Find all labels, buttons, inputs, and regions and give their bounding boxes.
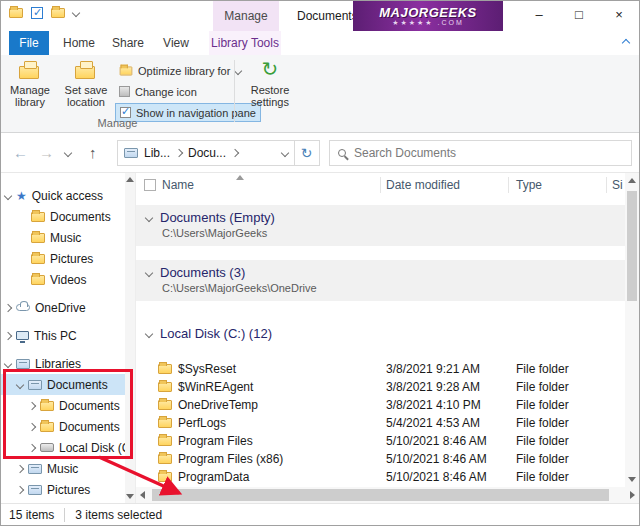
file-row[interactable]: ProgramData 5/10/2021 8:46 AM File folde…	[136, 468, 625, 486]
group-documents-3[interactable]: Documents (3) C:\Users\MajorGeeks\OneDri…	[136, 260, 625, 301]
scroll-right-icon[interactable]	[630, 491, 635, 499]
sidebar-item-local-disk-c[interactable]: Local Disk (C:)	[1, 437, 125, 458]
expand-chevron-icon[interactable]	[16, 380, 24, 388]
up-icon[interactable]: ↑	[89, 143, 97, 163]
checkmark-icon[interactable]	[31, 7, 43, 19]
qat-chevron-down-icon[interactable]	[72, 9, 80, 17]
music-library-icon	[28, 464, 42, 474]
folder-icon[interactable]	[9, 8, 23, 18]
window-title: Documents	[297, 1, 358, 31]
group-documents-empty[interactable]: Documents (Empty) C:\Users\MajorGeeks	[136, 205, 625, 246]
group-collapse-chevron-icon[interactable]	[145, 268, 153, 276]
column-header-date-modified[interactable]: Date modified	[386, 178, 460, 192]
close-button[interactable]: ×	[599, 1, 639, 31]
file-row[interactable]: Program Files (x86) 5/10/2021 8:46 AM Fi…	[136, 450, 625, 468]
group-collapse-chevron-icon[interactable]	[145, 213, 153, 221]
manage-library-button[interactable]: Manage library	[3, 58, 57, 122]
maximize-button[interactable]: □	[559, 1, 599, 31]
new-folder-icon[interactable]	[51, 8, 65, 18]
file-date: 3/8/2021 9:28 AM	[386, 380, 480, 394]
scrollbar-thumb[interactable]	[627, 191, 637, 301]
sidebar-item-pictures-library[interactable]: Pictures	[1, 479, 125, 500]
back-icon[interactable]: ←	[13, 143, 28, 163]
sidebar-item-music-pinned[interactable]: Music	[1, 227, 125, 248]
group-local-disk-c[interactable]: Local Disk (C:) (12)	[136, 321, 625, 347]
column-header-size[interactable]: Si	[612, 178, 623, 192]
tab-file[interactable]: File	[9, 31, 49, 55]
tab-library-tools[interactable]: Library Tools	[209, 31, 281, 55]
scroll-up-icon[interactable]	[126, 177, 134, 182]
address-dropdown-chevron-icon[interactable]	[281, 149, 289, 157]
forward-icon[interactable]: →	[39, 143, 54, 163]
sidebar-item-music-library[interactable]: Music	[1, 458, 125, 479]
group-title[interactable]: Documents (Empty)	[160, 210, 275, 225]
restore-settings-button[interactable]: ↻ Restore settings	[241, 58, 299, 122]
scroll-up-icon[interactable]	[628, 178, 636, 183]
file-row[interactable]: OneDriveTemp 3/8/2021 4:10 PM File folde…	[136, 396, 625, 414]
search-box[interactable]	[329, 140, 632, 166]
folder-icon	[158, 382, 172, 392]
tab-home[interactable]: Home	[57, 31, 101, 55]
sidebar-item-onedrive[interactable]: OneDrive	[1, 297, 125, 318]
expand-chevron-icon[interactable]	[28, 401, 36, 409]
address-bar[interactable]: Lib... Docu...	[117, 140, 295, 166]
expand-chevron-icon[interactable]	[28, 443, 36, 451]
tab-view[interactable]: View	[155, 31, 197, 55]
file-type: File folder	[516, 416, 569, 430]
change-icon-button[interactable]: Change icon	[115, 82, 201, 101]
save-location-icon	[74, 61, 98, 81]
expand-chevron-icon[interactable]	[4, 303, 12, 311]
sidebar-item-label: This PC	[34, 329, 77, 343]
file-row[interactable]: $WinREAgent 3/8/2021 9:28 AM File folder	[136, 378, 625, 396]
scroll-left-icon[interactable]	[140, 491, 145, 499]
optimize-library-button[interactable]: Optimize library for	[115, 61, 245, 80]
scrollbar-thumb[interactable]	[152, 489, 609, 501]
vertical-scrollbar[interactable]	[625, 173, 639, 487]
set-save-location-button[interactable]: Set save location	[59, 58, 113, 122]
column-headers: Name Date modified Type Si	[136, 173, 625, 197]
breadcrumb-libraries[interactable]: Lib...	[144, 146, 170, 160]
file-row[interactable]: $SysReset 3/8/2021 9:21 AM File folder	[136, 360, 625, 378]
refresh-button[interactable]: ↻	[294, 140, 320, 166]
sidebar-item-pictures-pinned[interactable]: Pictures	[1, 248, 125, 269]
sidebar-item-videos-pinned[interactable]: Videos	[1, 269, 125, 290]
sidebar-item-documents-library[interactable]: Documents	[1, 374, 125, 395]
file-row[interactable]: PerfLogs 5/4/2021 4:53 AM File folder	[136, 414, 625, 432]
scroll-down-icon[interactable]	[628, 477, 636, 482]
search-input[interactable]	[354, 146, 623, 160]
file-date: 3/8/2021 4:10 PM	[386, 398, 481, 412]
horizontal-scrollbar[interactable]	[136, 487, 639, 503]
scroll-down-icon[interactable]	[126, 494, 134, 499]
minimize-button[interactable]: –	[519, 1, 559, 31]
expand-chevron-icon[interactable]	[16, 464, 24, 472]
file-row[interactable]: Program Files 5/10/2021 8:46 AM File fol…	[136, 432, 625, 450]
column-header-name[interactable]: Name	[162, 178, 194, 192]
breadcrumb-chevron-icon[interactable]	[175, 149, 183, 157]
expand-chevron-icon[interactable]	[4, 359, 12, 367]
sidebar-item-documents-folder-2[interactable]: Documents	[1, 416, 125, 437]
sidebar-item-documents-folder-1[interactable]: Documents	[1, 395, 125, 416]
sidebar-scrollbar[interactable]	[125, 173, 135, 503]
collapse-ribbon-icon[interactable]	[622, 39, 630, 47]
breadcrumb-chevron-icon[interactable]	[231, 149, 239, 157]
group-title[interactable]: Local Disk (C:) (12)	[160, 326, 272, 341]
tab-share[interactable]: Share	[105, 31, 151, 55]
sidebar-item-this-pc[interactable]: This PC	[1, 325, 125, 346]
column-header-type[interactable]: Type	[516, 178, 542, 192]
change-icon-icon	[119, 86, 130, 97]
sidebar-item-libraries[interactable]: Libraries	[1, 353, 125, 374]
expand-chevron-icon[interactable]	[16, 485, 24, 493]
change-icon-label: Change icon	[135, 86, 197, 98]
sort-ascending-icon	[236, 175, 244, 180]
select-all-checkbox[interactable]	[144, 179, 156, 191]
sidebar-item-quick-access[interactable]: ★ Quick access	[1, 185, 125, 206]
group-title[interactable]: Documents (3)	[160, 265, 245, 280]
recent-locations-chevron-icon[interactable]	[64, 149, 72, 157]
expand-chevron-icon[interactable]	[28, 422, 36, 430]
group-collapse-chevron-icon[interactable]	[145, 329, 153, 337]
expand-chevron-icon[interactable]	[4, 331, 12, 339]
sidebar-item-documents-pinned[interactable]: Documents	[1, 206, 125, 227]
file-type: File folder	[516, 398, 569, 412]
breadcrumb-documents[interactable]: Docu...	[188, 146, 226, 160]
expand-chevron-icon[interactable]	[4, 191, 12, 199]
